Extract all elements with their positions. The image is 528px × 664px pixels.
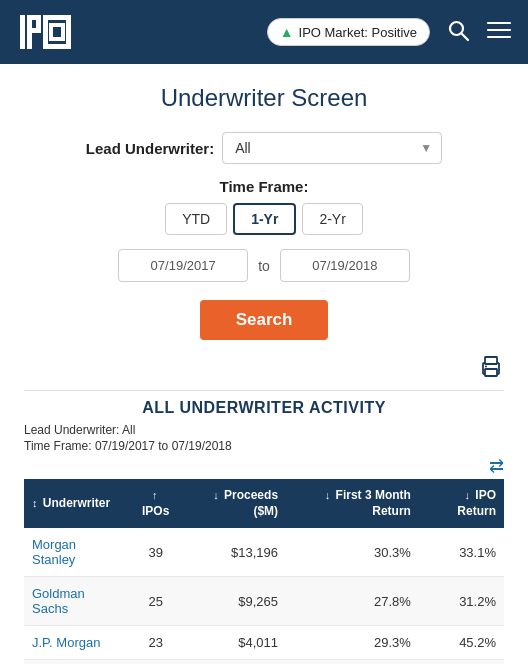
svg-rect-9 <box>66 15 71 49</box>
table-header: ↕ Underwriter ↑ IPOs ↓ Proceeds ($M) ↓ F… <box>24 479 504 528</box>
sort-first3m-icon: ↓ <box>325 488 331 502</box>
iporeturn-cell: 33.1% <box>419 528 504 577</box>
underwriter-cell[interactable]: Citi <box>24 660 129 664</box>
svg-line-16 <box>462 34 469 41</box>
underwriter-table: ↕ Underwriter ↑ IPOs ↓ Proceeds ($M) ↓ F… <box>24 479 504 664</box>
market-badge[interactable]: ▲ IPO Market: Positive <box>267 18 430 46</box>
sort-ipos-icon: ↑ <box>152 488 158 502</box>
proceeds-cell: $5,097 <box>182 660 286 664</box>
sort-underwriter-icon: ↕ <box>32 496 38 510</box>
iporeturn-cell: 16.9% <box>419 660 504 664</box>
sort-toggle-icon[interactable]: ⇄ <box>489 455 504 477</box>
app-header: ▲ IPO Market: Positive <box>0 0 528 64</box>
search-icon[interactable] <box>446 18 470 46</box>
table-row: Goldman Sachs25$9,26527.8%31.2% <box>24 577 504 626</box>
results-meta-timeframe: Time Frame: 07/19/2017 to 07/19/2018 <box>24 439 504 453</box>
menu-icon[interactable] <box>486 18 512 46</box>
date-range: to <box>24 249 504 282</box>
sort-icon-row: ⇄ <box>24 455 504 477</box>
proceeds-cell: $13,196 <box>182 528 286 577</box>
date-from-input[interactable] <box>118 249 248 282</box>
timeframe-2yr-button[interactable]: 2-Yr <box>302 203 362 235</box>
ipos-cell: 25 <box>129 577 182 626</box>
first3m-cell: 29.3% <box>286 626 419 660</box>
first3m-cell: 27.8% <box>286 577 419 626</box>
timeframe-section: Time Frame: YTD 1-Yr 2-Yr <box>24 178 504 235</box>
table-row: Morgan Stanley39$13,19630.3%33.1% <box>24 528 504 577</box>
underwriter-cell[interactable]: Morgan Stanley <box>24 528 129 577</box>
first3m-cell: 29.0% <box>286 660 419 664</box>
svg-rect-8 <box>43 15 48 49</box>
col-ipos[interactable]: ↑ IPOs <box>129 479 182 528</box>
lead-underwriter-label: Lead Underwriter: <box>86 140 214 157</box>
timeframe-label: Time Frame: <box>220 178 309 195</box>
col-proceeds[interactable]: ↓ Proceeds ($M) <box>182 479 286 528</box>
ipos-cell: 23 <box>129 626 182 660</box>
col-underwriter[interactable]: ↕ Underwriter <box>24 479 129 528</box>
app-logo[interactable] <box>16 10 76 54</box>
results-section: ALL UNDERWRITER ACTIVITY Lead Underwrite… <box>24 390 504 664</box>
table-row: Citi17$5,09729.0%16.9% <box>24 660 504 664</box>
svg-rect-21 <box>485 357 497 364</box>
results-title: ALL UNDERWRITER ACTIVITY <box>24 399 504 417</box>
lead-underwriter-group: Lead Underwriter: All ▼ <box>24 132 504 164</box>
search-button[interactable]: Search <box>200 300 329 340</box>
proceeds-cell: $4,011 <box>182 626 286 660</box>
svg-rect-1 <box>20 15 25 49</box>
iporeturn-cell: 31.2% <box>419 577 504 626</box>
timeframe-buttons: YTD 1-Yr 2-Yr <box>165 203 363 235</box>
date-separator: to <box>258 258 270 274</box>
search-button-wrapper: Search <box>24 300 504 340</box>
col-first3m[interactable]: ↓ First 3 Month Return <box>286 479 419 528</box>
sort-proceeds-icon: ↓ <box>213 488 219 502</box>
lead-underwriter-select[interactable]: All <box>222 132 442 164</box>
main-content: Underwriter Screen Lead Underwriter: All… <box>0 64 528 664</box>
svg-rect-22 <box>485 369 497 376</box>
table-row: J.P. Morgan23$4,01129.3%45.2% <box>24 626 504 660</box>
print-area <box>24 354 504 386</box>
date-to-input[interactable] <box>280 249 410 282</box>
page-title: Underwriter Screen <box>24 84 504 112</box>
proceeds-cell: $9,265 <box>182 577 286 626</box>
svg-point-23 <box>485 366 487 368</box>
print-icon[interactable] <box>478 354 504 386</box>
lead-underwriter-select-wrapper: All ▼ <box>222 132 442 164</box>
underwriter-cell[interactable]: J.P. Morgan <box>24 626 129 660</box>
iporeturn-cell: 45.2% <box>419 626 504 660</box>
svg-rect-5 <box>36 15 41 33</box>
sort-iporeturn-icon: ↓ <box>464 488 470 502</box>
header-icons <box>446 18 512 46</box>
svg-rect-14 <box>53 27 61 37</box>
timeframe-ytd-button[interactable]: YTD <box>165 203 227 235</box>
svg-rect-12 <box>49 23 53 41</box>
svg-rect-13 <box>61 23 65 41</box>
col-iporeturn[interactable]: ↓ IPO Return <box>419 479 504 528</box>
market-badge-label: IPO Market: Positive <box>299 25 417 40</box>
timeframe-1yr-button[interactable]: 1-Yr <box>233 203 296 235</box>
underwriter-cell[interactable]: Goldman Sachs <box>24 577 129 626</box>
first3m-cell: 30.3% <box>286 528 419 577</box>
table-body: Morgan Stanley39$13,19630.3%33.1%Goldman… <box>24 528 504 664</box>
results-meta-lead: Lead Underwriter: All <box>24 423 504 437</box>
ipos-cell: 39 <box>129 528 182 577</box>
market-arrow-icon: ▲ <box>280 24 294 40</box>
ipos-cell: 17 <box>129 660 182 664</box>
